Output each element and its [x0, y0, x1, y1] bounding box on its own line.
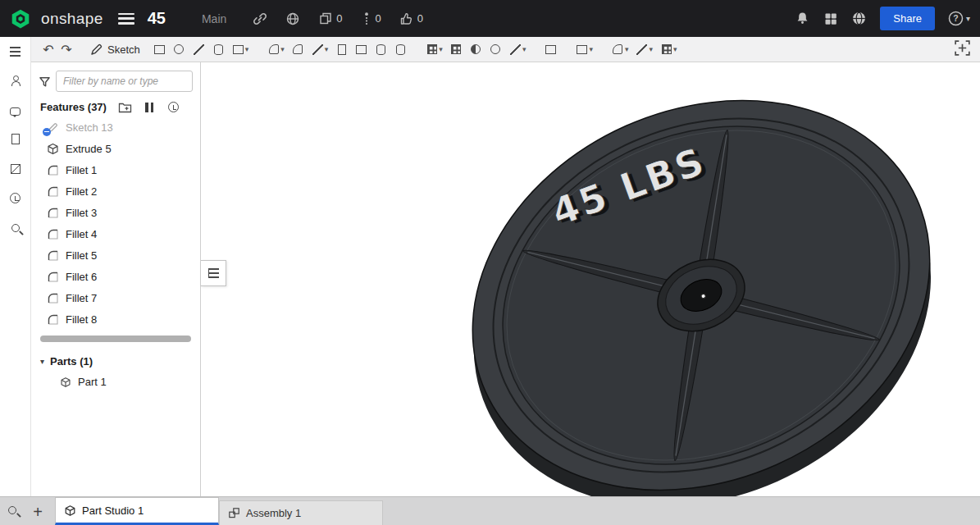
loft-icon [214, 44, 223, 55]
split-icon [510, 44, 521, 55]
add-tab-button[interactable]: + [27, 503, 48, 522]
menu-icon[interactable] [118, 13, 134, 25]
transform-button[interactable]: ▾ [574, 41, 595, 58]
topbar-right: Share ? ▾ [795, 7, 970, 30]
rib-button[interactable] [334, 41, 349, 58]
suppress-pause-icon[interactable] [144, 101, 156, 113]
boolean-button[interactable] [488, 41, 504, 58]
tab-assembly-1[interactable]: Assembly 1 [219, 500, 383, 525]
surface-tools-icon [613, 44, 622, 54]
chevron-down-icon: ▾ [280, 45, 285, 53]
feature-item-fillet7[interactable]: Fillet 7 [39, 287, 193, 308]
circular-pattern-button[interactable] [449, 41, 464, 58]
feature-item-fillet3[interactable]: Fillet 3 [39, 202, 193, 223]
app-grid-icon[interactable] [823, 11, 838, 26]
loft-button[interactable] [211, 41, 226, 58]
composite-tools-button[interactable]: ▾ [659, 41, 679, 58]
feature-item-sketch13[interactable]: Sketch 13 [39, 116, 193, 138]
feature-item-extrude5[interactable]: Extrude 5 [39, 138, 193, 159]
chamfer-button[interactable] [290, 41, 306, 58]
copies-indicator[interactable]: 0 [318, 11, 342, 26]
notifications-bell-icon[interactable] [795, 11, 810, 26]
onshape-logo-icon[interactable] [10, 8, 31, 30]
sweep-button[interactable] [191, 41, 207, 58]
tab-part-studio-1[interactable]: Part Studio 1 [55, 497, 219, 525]
thicken-button[interactable]: ▾ [230, 41, 251, 58]
likes-indicator[interactable]: 0 [399, 11, 423, 26]
feature-list-flyout-button[interactable] [201, 260, 226, 286]
versions-panel-button[interactable] [9, 162, 21, 178]
filter-funnel-icon[interactable] [39, 75, 51, 88]
mirror-icon [471, 44, 481, 54]
feature-item-fillet8[interactable]: Fillet 8 [39, 308, 193, 330]
edit-notes-panel-button[interactable] [9, 133, 21, 148]
feature-item-fillet2[interactable]: Fillet 2 [39, 180, 193, 202]
linear-pattern-button[interactable]: ▾ [424, 41, 444, 58]
shell-icon [356, 45, 367, 54]
feature-item-fillet6[interactable]: Fillet 6 [39, 266, 193, 287]
search-panel-button[interactable] [11, 221, 21, 236]
feature-tree-panel-button[interactable] [9, 45, 21, 61]
delete-part-icon [545, 45, 556, 54]
search-tools-icon[interactable] [7, 504, 17, 518]
zoom-to-fit-button[interactable] [953, 39, 972, 61]
features-header-label: Features (37) [40, 101, 107, 113]
parts-header[interactable]: ▾ Parts (1) [39, 350, 193, 372]
tab-label: Assembly 1 [246, 507, 301, 519]
fillet-feature-icon [47, 228, 59, 240]
fillet-feature-icon [47, 185, 59, 198]
collaborators-panel-button[interactable] [9, 75, 21, 90]
assembly-icon [228, 507, 240, 519]
share-button[interactable]: Share [880, 7, 935, 30]
redo-button[interactable]: ↷ [57, 42, 75, 57]
workspace-label[interactable]: Main [202, 12, 226, 25]
community-globe-icon[interactable] [851, 11, 867, 26]
history-panel-button[interactable] [9, 192, 21, 208]
part-studio-icon [64, 504, 76, 517]
chevron-down-icon: ▾ [439, 45, 443, 53]
app-wordmark: onshape [41, 10, 103, 28]
mirror-button[interactable] [468, 41, 484, 58]
fillet-feature-icon [47, 249, 59, 262]
undo-button[interactable]: ↶ [39, 42, 57, 57]
help-menu[interactable]: ? ▾ [948, 11, 970, 26]
rollback-bar[interactable] [40, 336, 191, 342]
part-icon [60, 377, 71, 388]
feature-item-fillet4[interactable]: Fillet 4 [39, 223, 193, 244]
feature-item-fillet1[interactable]: Fillet 1 [39, 159, 193, 180]
filter-input[interactable] [56, 71, 193, 92]
comments-panel-button[interactable] [10, 104, 21, 119]
rollback-history-icon[interactable] [167, 101, 180, 113]
delete-part-button[interactable] [543, 41, 558, 58]
sketch-button[interactable]: Sketch [90, 43, 140, 56]
chevron-down-icon: ▾ [325, 45, 329, 53]
model-canvas[interactable]: 45 LBS 45 LBS [201, 62, 980, 496]
part-item-part1[interactable]: Part 1 [39, 372, 193, 392]
revolve-button[interactable] [171, 41, 187, 58]
public-document-button[interactable] [285, 11, 300, 26]
extrude-button[interactable] [152, 41, 167, 58]
draft-button[interactable]: ▾ [310, 41, 330, 58]
sweep-icon [194, 44, 204, 55]
share-link-button[interactable] [253, 11, 267, 26]
fillet-button[interactable]: ▾ [266, 41, 286, 58]
boss-button[interactable] [393, 41, 408, 58]
hole-button[interactable] [373, 41, 389, 58]
copies-icon [318, 11, 333, 26]
new-folder-icon[interactable] [118, 101, 132, 113]
edit-notes-icon [11, 134, 20, 144]
document-title: 45 [148, 9, 166, 28]
split-button[interactable]: ▾ [508, 41, 528, 58]
history-icon [10, 193, 21, 203]
feature-item-fillet5[interactable]: Fillet 5 [39, 244, 193, 266]
chevron-down-icon: ▾ [522, 45, 526, 53]
list-lines-icon [208, 268, 219, 278]
curve-tools-button[interactable]: ▾ [634, 41, 654, 58]
shell-button[interactable] [353, 41, 369, 58]
pencil-icon [90, 43, 103, 56]
surface-tools-button[interactable]: ▾ [610, 41, 631, 58]
branches-indicator[interactable]: 0 [361, 11, 381, 26]
likes-count: 0 [417, 12, 423, 25]
chevron-down-icon: ▾ [673, 45, 677, 53]
sketch-button-label: Sketch [107, 43, 140, 56]
